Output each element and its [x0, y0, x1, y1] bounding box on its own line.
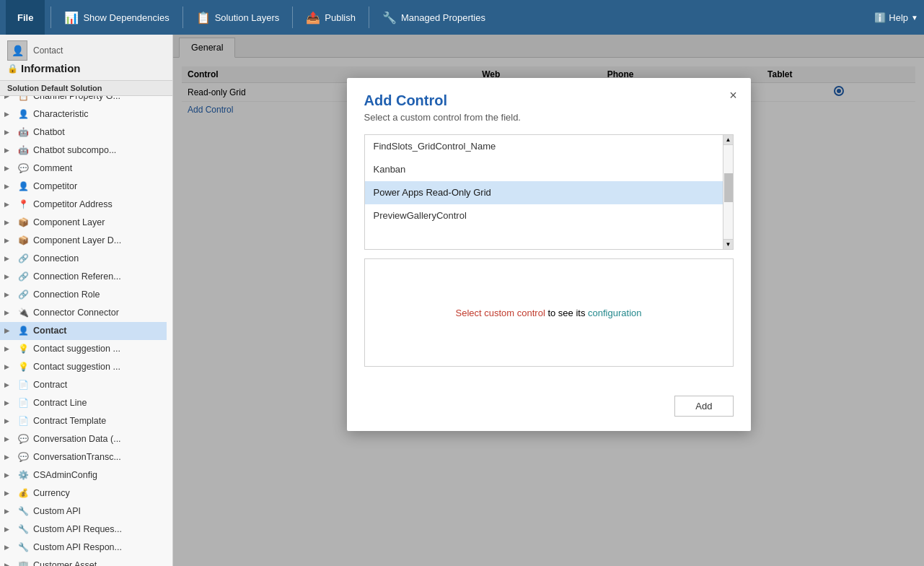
- control-list-container[interactable]: FindSlots_GridControl_Name Kanban Power …: [364, 134, 734, 250]
- sidebar-contact-label: Contact: [33, 45, 63, 56]
- sidebar-item-label-4: Chatbot subcompo...: [33, 145, 161, 155]
- sidebar-item-3[interactable]: ▶🤖Chatbot: [0, 123, 167, 142]
- sidebar-item-16[interactable]: ▶💡Contact suggestion ...: [0, 358, 167, 376]
- toolbar-separator-4: [369, 6, 369, 28]
- publish-button[interactable]: 📤 Publish: [299, 0, 363, 35]
- help-button[interactable]: ℹ️ Help ▼: [874, 12, 918, 23]
- sidebar-item-8[interactable]: ▶📦Component Layer: [0, 214, 167, 232]
- managed-properties-button[interactable]: 🔧 Managed Properties: [375, 0, 493, 35]
- modal-close-button[interactable]: ×: [725, 87, 742, 104]
- main-layout: 👤 Contact 🔒 Information Solution Default…: [0, 35, 924, 566]
- sidebar-item-21[interactable]: ▶💬ConversationTransc...: [0, 448, 167, 466]
- sidebar-item-4[interactable]: ▶🤖Chatbot subcompo...: [0, 142, 167, 160]
- sidebar-item-18[interactable]: ▶📄Contract Line: [0, 394, 167, 412]
- file-button[interactable]: File: [6, 0, 45, 35]
- sidebar-item-label-19: Contract Template: [33, 416, 161, 426]
- sidebar-item-10[interactable]: ▶🔗Connection: [0, 250, 167, 268]
- sidebar-item-7[interactable]: ▶📍Competitor Address: [0, 196, 167, 214]
- sidebar-item-14[interactable]: ▶👤Contact: [0, 322, 167, 340]
- list-scroll-track: [723, 145, 733, 239]
- sidebar-item-label-11: Connection Referen...: [33, 271, 161, 282]
- sidebar-item-12[interactable]: ▶🔗Connection Role: [0, 286, 167, 304]
- sidebar-item-15[interactable]: ▶💡Contact suggestion ...: [0, 340, 167, 358]
- sidebar-item-icon-11: 🔗: [17, 271, 29, 282]
- content-area: General Control Web Phone Tablet Re: [173, 35, 924, 566]
- sidebar-arrow-icon-25: ▶: [4, 526, 13, 533]
- sidebar-item-11[interactable]: ▶🔗Connection Referen...: [0, 268, 167, 286]
- help-label: Help: [889, 12, 908, 23]
- publish-icon: 📤: [306, 11, 320, 25]
- config-text-red: Select custom control: [456, 308, 545, 318]
- sidebar-item-label-14: Contact: [33, 326, 161, 336]
- list-scroll-thumb: [724, 173, 733, 202]
- sidebar-item-icon-23: 💰: [17, 487, 29, 499]
- managed-properties-icon: 🔧: [382, 11, 397, 25]
- sidebar-item-icon-19: 📄: [17, 415, 29, 427]
- sidebar-list[interactable]: ▶📋Channel Property▶📋Channel Property G..…: [0, 96, 172, 566]
- sidebar-item-label-12: Connection Role: [33, 289, 161, 300]
- sidebar-item-icon-7: 📍: [17, 199, 29, 210]
- sidebar-item-icon-12: 🔗: [17, 289, 29, 300]
- sidebar-item-6[interactable]: ▶👤Competitor: [0, 178, 167, 196]
- list-scrollbar[interactable]: ▲ ▼: [723, 135, 733, 249]
- show-dependencies-button[interactable]: 📊 Show Dependencies: [57, 0, 176, 35]
- sidebar-item-1[interactable]: ▶📋Channel Property G...: [0, 96, 167, 105]
- sidebar-item-label-17: Contract: [33, 380, 161, 390]
- sidebar-item-5[interactable]: ▶💬Comment: [0, 160, 167, 178]
- sidebar-item-23[interactable]: ▶💰Currency: [0, 484, 167, 502]
- sidebar-item-icon-25: 🔧: [17, 523, 29, 535]
- add-button[interactable]: Add: [674, 396, 733, 417]
- toolbar-separator-3: [292, 6, 293, 28]
- sidebar-item-icon-15: 💡: [17, 343, 29, 354]
- solution-layers-icon: 📋: [196, 11, 211, 25]
- config-area: Select custom control to see its configu…: [364, 258, 734, 367]
- sidebar-item-17[interactable]: ▶📄Contract: [0, 376, 167, 394]
- sidebar-item-icon-27: 🏢: [17, 560, 29, 566]
- sidebar-item-2[interactable]: ▶👤Characteristic: [0, 105, 167, 123]
- sidebar-item-27[interactable]: ▶🏢Customer Asset: [0, 557, 167, 566]
- sidebar-item-13[interactable]: ▶🔌Connector Connector: [0, 304, 167, 322]
- sidebar-item-label-24: Custom API: [33, 506, 161, 516]
- avatar: 👤: [7, 40, 27, 61]
- sidebar-item-24[interactable]: ▶🔧Custom API: [0, 502, 167, 521]
- control-list-item-findslots[interactable]: FindSlots_GridControl_Name: [365, 135, 733, 158]
- sidebar-item-20[interactable]: ▶💬Conversation Data (...: [0, 430, 167, 448]
- sidebar-item-icon-22: ⚙️: [17, 469, 29, 481]
- sidebar-item-icon-3: 🤖: [17, 126, 29, 138]
- list-scroll-up-button[interactable]: ▲: [723, 135, 734, 145]
- sidebar-item-26[interactable]: ▶🔧Custom API Respon...: [0, 539, 167, 557]
- publish-label: Publish: [325, 12, 356, 23]
- sidebar-item-icon-21: 💬: [17, 451, 29, 463]
- sidebar-item-icon-1: 📋: [17, 96, 29, 102]
- sidebar: 👤 Contact 🔒 Information Solution Default…: [0, 35, 173, 566]
- sidebar-lock-icon: 🔒: [7, 64, 18, 74]
- help-chevron-icon: ▼: [911, 14, 918, 22]
- config-text-teal: configuration: [588, 308, 641, 318]
- sidebar-item-label-26: Custom API Respon...: [33, 542, 161, 552]
- modal-title: Add Control: [364, 92, 734, 109]
- sidebar-item-icon-6: 👤: [17, 180, 29, 192]
- add-control-modal: Add Control Select a custom control from…: [347, 78, 751, 431]
- toolbar-separator-1: [50, 6, 51, 28]
- sidebar-item-9[interactable]: ▶📦Component Layer D...: [0, 232, 167, 250]
- sidebar-arrow-icon-26: ▶: [4, 544, 13, 551]
- sidebar-item-25[interactable]: ▶🔧Custom API Reques...: [0, 521, 167, 539]
- sidebar-item-icon-14: 👤: [17, 325, 29, 336]
- sidebar-arrow-icon-1: ▶: [4, 96, 13, 100]
- control-list-item-power-apps[interactable]: Power Apps Read-Only Grid: [365, 181, 733, 204]
- sidebar-item-label-10: Connection: [33, 253, 161, 264]
- sidebar-item-label-22: CSAdminConfig: [33, 470, 161, 480]
- sidebar-arrow-icon-12: ▶: [4, 291, 13, 298]
- sidebar-item-icon-5: 💬: [17, 162, 29, 174]
- sidebar-item-22[interactable]: ▶⚙️CSAdminConfig: [0, 466, 167, 484]
- control-list-item-preview-gallery[interactable]: PreviewGalleryControl: [365, 204, 733, 227]
- solution-layers-button[interactable]: 📋 Solution Layers: [189, 0, 287, 35]
- sidebar-arrow-icon-15: ▶: [4, 345, 13, 352]
- control-list-item-kanban[interactable]: Kanban: [365, 158, 733, 181]
- sidebar-item-label-5: Comment: [33, 163, 161, 173]
- list-scroll-down-button[interactable]: ▼: [723, 239, 734, 249]
- sidebar-arrow-icon-10: ▶: [4, 255, 13, 262]
- sidebar-item-icon-10: 🔗: [17, 253, 29, 264]
- sidebar-item-19[interactable]: ▶📄Contract Template: [0, 412, 167, 430]
- sidebar-arrow-icon-17: ▶: [4, 381, 13, 388]
